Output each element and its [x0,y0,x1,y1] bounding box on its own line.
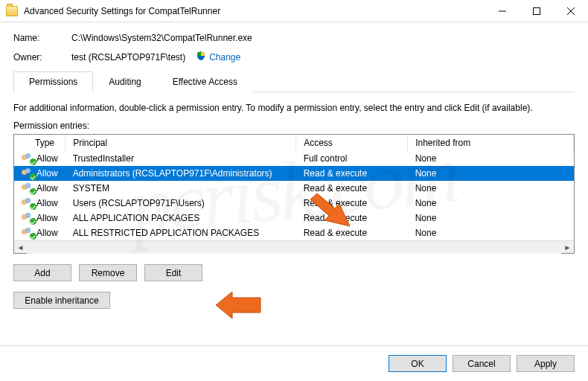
titlebar: Advanced Security Settings for CompatTel… [0,0,588,22]
col-access[interactable]: Access [296,135,408,151]
users-allow-icon [22,213,35,223]
tab-effective-access[interactable]: Effective Access [157,71,253,92]
col-type[interactable]: Type [14,135,65,151]
users-allow-icon [22,183,35,193]
tab-permissions[interactable]: Permissions [13,71,93,92]
owner-label: Owner: [13,52,71,63]
info-text: For additional information, double-click… [13,103,575,113]
edit-button[interactable]: Edit [144,264,202,281]
change-owner-link[interactable]: Change [209,52,240,63]
scroll-right-icon[interactable]: ► [561,241,574,254]
permission-table[interactable]: Type Principal Access Inherited from All… [13,134,575,254]
table-row[interactable]: AllowALL APPLICATION PACKAGESRead & exec… [14,211,574,225]
remove-button[interactable]: Remove [79,264,137,281]
tab-auditing[interactable]: Auditing [93,71,156,92]
name-label: Name: [13,33,71,43]
permission-entries-label: Permission entries: [13,121,575,131]
window-title: Advanced Security Settings for CompatTel… [24,6,485,16]
users-allow-icon [22,198,35,208]
apply-button[interactable]: Apply [517,355,575,372]
minimize-button[interactable] [485,0,520,22]
scroll-left-icon[interactable]: ◄ [14,241,27,254]
table-row[interactable]: AllowALL RESTRICTED APPLICATION PACKAGES… [14,225,574,240]
table-row[interactable]: AllowUsers (RCSLAPTOP971F\Users)Read & e… [14,196,574,211]
folder-icon [6,6,18,16]
name-value: C:\Windows\System32\CompatTelRunner.exe [71,33,252,43]
horizontal-scrollbar[interactable]: ◄ ► [14,240,574,253]
maximize-button[interactable] [520,0,554,22]
tabs: Permissions Auditing Effective Access [13,71,575,92]
col-principal[interactable]: Principal [65,135,296,151]
users-allow-icon [22,228,35,238]
table-row[interactable]: AllowAdministrators (RCSLAPTOP971F\Admin… [14,166,574,181]
ok-button[interactable]: OK [389,355,447,372]
shield-icon [196,51,206,63]
owner-row: Owner: test (RCSLAPTOP971F\test) Change [13,51,575,63]
enable-inheritance-button[interactable]: Enable inheritance [13,292,110,309]
dialog-footer: OK Cancel Apply [0,345,588,381]
cancel-button[interactable]: Cancel [453,355,511,372]
col-inherited[interactable]: Inherited from [408,135,574,151]
owner-value: test (RCSLAPTOP971F\test) [71,52,185,63]
close-button[interactable] [554,0,588,22]
table-row[interactable]: AllowTrustedInstallerFull controlNone [14,151,574,166]
add-button[interactable]: Add [13,264,71,281]
name-row: Name: C:\Windows\System32\CompatTelRunne… [13,33,575,43]
table-row[interactable]: AllowSYSTEMRead & executeNone [14,181,574,196]
users-allow-icon [22,168,35,179]
svg-rect-1 [534,7,540,14]
users-allow-icon [22,153,35,164]
